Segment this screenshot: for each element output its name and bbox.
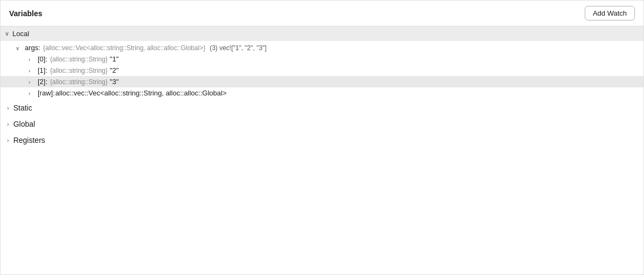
section-local-header[interactable]: ∨ Local (1, 26, 643, 41)
section-static-chevron: › (7, 105, 9, 111)
args-1-value: "2" (110, 66, 118, 74)
args-raw-value: alloc::vec::Vec<alloc::string::String, a… (55, 89, 227, 97)
args-key: args: (25, 44, 40, 52)
args-2-value: "3" (110, 78, 118, 86)
args-meta: (3) vec!["1", "2", "3"] (209, 44, 267, 52)
section-local-chevron: ∨ (5, 30, 9, 37)
args-0-value: "1" (110, 55, 118, 63)
args-2-row[interactable]: › [2]: {alloc::string::String} "3" (1, 76, 643, 87)
variables-panel: Variables Add Watch ∨ Local ∨ args: {all… (0, 0, 644, 275)
args-1-row[interactable]: › [1]: {alloc::string::String} "2" (1, 65, 643, 76)
section-static-header[interactable]: › Static (1, 100, 643, 116)
section-registers-chevron: › (7, 137, 9, 143)
args-0-key: [0]: (38, 55, 47, 63)
args-chevron: ∨ (16, 45, 22, 51)
section-global-header[interactable]: › Global (1, 116, 643, 132)
panel-header: Variables Add Watch (1, 1, 643, 26)
section-static-label: Static (13, 104, 32, 112)
args-raw-key: [raw]: (38, 89, 55, 97)
args-2-chevron: › (29, 79, 35, 85)
args-raw-chevron: › (29, 91, 35, 97)
args-2-type: {alloc::string::String} (50, 78, 108, 86)
section-local-label: Local (12, 30, 29, 38)
args-1-key: [1]: (38, 66, 47, 74)
local-tree: ∨ args: {alloc::vec::Vec<alloc::string::… (1, 41, 643, 100)
args-2-key: [2]: (38, 78, 47, 86)
args-raw-row[interactable]: › [raw]: alloc::vec::Vec<alloc::string::… (1, 87, 643, 99)
args-0-chevron: › (29, 57, 35, 63)
section-global-label: Global (13, 120, 35, 128)
args-0-type: {alloc::string::String} (50, 56, 108, 63)
section-registers-label: Registers (13, 136, 45, 145)
args-1-chevron: › (29, 68, 35, 74)
section-registers-header[interactable]: › Registers (1, 132, 643, 148)
section-global-chevron: › (7, 121, 9, 127)
args-type: {alloc::vec::Vec<alloc::string::String, … (43, 44, 206, 52)
args-1-type: {alloc::string::String} (50, 67, 108, 74)
args-0-row[interactable]: › [0]: {alloc::string::String} "1" (1, 53, 643, 65)
add-watch-button[interactable]: Add Watch (585, 6, 635, 20)
args-row[interactable]: ∨ args: {alloc::vec::Vec<alloc::string::… (1, 42, 643, 53)
panel-title: Variables (9, 9, 43, 18)
